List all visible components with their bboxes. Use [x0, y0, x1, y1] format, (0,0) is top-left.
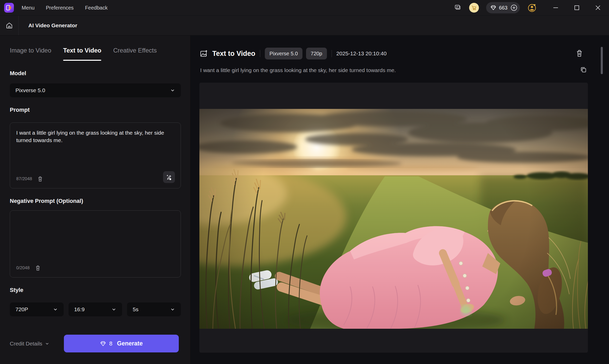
titlebar-right: 663: [454, 2, 609, 13]
scrollbar-thumb[interactable]: [601, 47, 603, 74]
tab-creative-effects[interactable]: Creative Effects: [113, 47, 157, 61]
titlebar: Menu Preferences Feedback: [0, 0, 609, 15]
divider: [260, 50, 260, 57]
gem-icon: [100, 341, 106, 347]
prompt-label: Prompt: [10, 107, 181, 113]
credit-details-toggle[interactable]: Credit Details: [10, 341, 49, 347]
chevron-down-icon: [53, 307, 58, 312]
aspect-ratio-select[interactable]: 16:9: [69, 302, 122, 316]
page-title: AI Video Generator: [28, 22, 77, 29]
menu-item-preferences[interactable]: Preferences: [46, 5, 74, 11]
minimize-icon[interactable]: [552, 4, 559, 11]
resolution-select[interactable]: 720P: [10, 302, 64, 316]
menu-bar: Menu Preferences Feedback: [22, 5, 108, 11]
delete-result-trash-icon[interactable]: [575, 49, 583, 57]
maximize-icon[interactable]: [573, 4, 580, 11]
negative-prompt-input[interactable]: 0/2048: [10, 210, 181, 278]
result-header: Text to Video Pixverse 5.0 720p 2025-12-…: [200, 47, 586, 60]
gem-icon: [490, 5, 496, 11]
model-select[interactable]: Pixverse 5.0: [10, 83, 181, 97]
result-card: [199, 83, 588, 353]
result-title: Text to Video: [212, 50, 255, 58]
style-label: Style: [10, 287, 181, 293]
chevron-down-icon: [45, 341, 49, 346]
divider: [332, 50, 332, 57]
ai-rewrite-button[interactable]: [163, 171, 175, 183]
clear-prompt-trash-icon[interactable]: [37, 176, 43, 182]
home-button[interactable]: [0, 16, 19, 35]
negative-prompt-label: Negative Prompt (Optional): [10, 198, 181, 204]
active-tab-underline: [63, 60, 101, 61]
video-frame-art: [199, 109, 588, 329]
negative-char-counter: 0/2048: [16, 265, 30, 271]
result-prompt-row: I want a little girl lying on the grass …: [200, 66, 587, 75]
store-cart-icon[interactable]: [469, 3, 479, 13]
clear-negative-trash-icon[interactable]: [35, 265, 41, 271]
chevron-down-icon: [170, 307, 175, 312]
image-sparkle-icon: [200, 49, 208, 58]
generate-label: Generate: [117, 340, 143, 347]
credits-pill[interactable]: 663: [486, 2, 520, 13]
model-label: Model: [10, 71, 181, 76]
generation-timestamp: 2025-12-13 20:10:40: [336, 50, 387, 57]
home-icon: [5, 22, 13, 29]
app-logo-icon: [4, 3, 14, 13]
prompt-input[interactable]: I want a little girl lying on the grass …: [10, 123, 181, 188]
account-avatar-icon[interactable]: [527, 3, 537, 13]
credits-count: 663: [499, 5, 508, 11]
copy-prompt-icon[interactable]: [580, 66, 587, 74]
subbar: AI Video Generator: [0, 15, 609, 35]
menu-item-feedback[interactable]: Feedback: [85, 5, 108, 11]
pencil-sparkle-icon: [166, 174, 172, 180]
chevron-down-icon: [170, 88, 175, 93]
add-credits-icon[interactable]: [510, 4, 518, 12]
app-window: Menu Preferences Feedback: [0, 0, 609, 364]
result-prompt-text: I want a little girl lying on the grass …: [200, 67, 396, 73]
video-preview[interactable]: [199, 109, 588, 329]
resolution-badge: 720p: [306, 48, 327, 59]
prompt-text: I want a little girl lying on the grass …: [16, 129, 174, 144]
generate-cost: 8: [109, 340, 112, 347]
prompt-char-counter: 87/2048: [16, 176, 32, 181]
close-icon[interactable]: [595, 4, 601, 11]
main-panel: Text to Video Pixverse 5.0 720p 2025-12-…: [191, 36, 609, 364]
model-badge: Pixverse 5.0: [265, 48, 302, 59]
tab-text-to-video[interactable]: Text to Video: [63, 47, 101, 61]
chevron-down-icon: [111, 307, 116, 312]
mode-tabs: Image to Video Text to Video Creative Ef…: [10, 47, 181, 61]
duration-select[interactable]: 5s: [127, 302, 181, 316]
menu-item-menu[interactable]: Menu: [22, 5, 35, 11]
feedback-chat-icon[interactable]: [454, 4, 462, 12]
model-select-value: Pixverse 5.0: [15, 87, 45, 93]
sidebar: Image to Video Text to Video Creative Ef…: [0, 36, 191, 364]
tab-image-to-video[interactable]: Image to Video: [10, 47, 51, 61]
generate-button[interactable]: 8 Generate: [64, 335, 179, 352]
window-controls: [552, 4, 601, 11]
style-options-row: 720P 16:9 5s: [10, 302, 181, 316]
